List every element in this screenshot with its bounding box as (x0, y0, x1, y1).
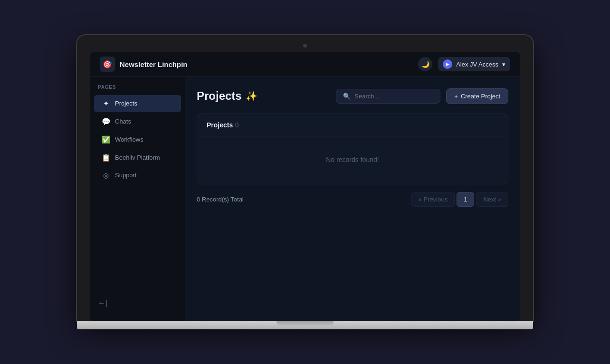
sidebar-item-label: Workflows (115, 136, 143, 143)
user-menu-button[interactable]: ▶ Alex JV Access ▾ (438, 57, 510, 71)
sidebar-item-workflows[interactable]: ✅ Workflows (94, 131, 181, 148)
card-count: 0 (235, 121, 239, 129)
sidebar-item-label: Support (115, 172, 137, 179)
card-title: Projects (207, 121, 233, 129)
header: 🎯 Newsletter Linchpin 🌙 ▶ Alex JV Acce (90, 52, 520, 77)
next-button[interactable]: Next » (476, 192, 508, 207)
header-right: 🌙 ▶ Alex JV Access ▾ (418, 57, 510, 71)
card-header: Projects 0 (197, 114, 508, 136)
sidebar-collapse-button[interactable]: ←| (90, 293, 185, 313)
logo-icon: 🎯 (100, 57, 115, 72)
pagination-buttons: « Previous 1 Next » (411, 192, 508, 207)
sidebar-item-label: Projects (115, 100, 137, 107)
screen-bezel: 🎯 Newsletter Linchpin 🌙 ▶ Alex JV Acce (77, 35, 533, 321)
app: 🎯 Newsletter Linchpin 🌙 ▶ Alex JV Acce (90, 52, 520, 321)
pagination-row: 0 Record(s) Total « Previous 1 (197, 192, 508, 207)
laptop-container: 🎯 Newsletter Linchpin 🌙 ▶ Alex JV Acce (77, 35, 533, 329)
screen: 🎯 Newsletter Linchpin 🌙 ▶ Alex JV Acce (90, 52, 520, 321)
app-name: Newsletter Linchpin (120, 60, 188, 68)
body: PAGES ✦ Projects 💬 Chats ✅ Workflows (90, 77, 520, 321)
support-icon: ◎ (102, 172, 110, 179)
create-project-label: Create Project (461, 93, 500, 100)
no-records-text: No records found! (326, 156, 379, 163)
sparkle-icon: ✨ (246, 90, 257, 102)
collapse-icon: ← (98, 299, 105, 307)
page-title: Projects ✨ (197, 89, 257, 103)
moon-icon: 🌙 (421, 60, 429, 68)
sidebar-item-beehiiv[interactable]: 📋 Beehiiv Platform (94, 149, 181, 166)
record-count: 0 Record(s) Total (197, 196, 244, 203)
search-box: 🔍 (336, 89, 440, 104)
chats-icon: 💬 (102, 117, 110, 126)
beehiiv-icon: 📋 (102, 153, 110, 162)
main-header: Projects ✨ 🔍 + Create Project (197, 88, 508, 104)
header-left: 🎯 Newsletter Linchpin (100, 57, 188, 72)
avatar: ▶ (443, 59, 452, 69)
projects-card: Projects 0 No records found! (197, 114, 508, 184)
previous-button[interactable]: « Previous (411, 192, 455, 207)
chevron-down-icon: ▾ (502, 61, 505, 68)
sidebar-item-chats[interactable]: 💬 Chats (94, 113, 181, 130)
page-1-button[interactable]: 1 (457, 192, 474, 207)
main-content: Projects ✨ 🔍 + Create Project (185, 77, 520, 321)
camera (303, 44, 307, 48)
user-label: Alex JV Access (456, 61, 498, 68)
sidebar-item-projects[interactable]: ✦ Projects (94, 95, 181, 112)
dark-mode-button[interactable]: 🌙 (418, 57, 432, 71)
sidebar-section-label: PAGES (90, 85, 185, 95)
sidebar-item-label: Beehiiv Platform (115, 154, 160, 161)
create-project-button[interactable]: + Create Project (446, 88, 508, 104)
card-body: No records found! (197, 136, 508, 184)
record-number: 0 (197, 196, 200, 203)
sidebar-item-support[interactable]: ◎ Support (94, 167, 181, 183)
workflows-icon: ✅ (102, 135, 110, 144)
sidebar: PAGES ✦ Projects 💬 Chats ✅ Workflows (90, 77, 185, 321)
sidebar-item-label: Chats (115, 118, 131, 125)
projects-icon: ✦ (102, 99, 110, 108)
main-actions: 🔍 + Create Project (336, 88, 508, 104)
plus-icon: + (454, 93, 458, 100)
search-input[interactable] (354, 93, 433, 100)
search-icon: 🔍 (343, 93, 351, 100)
record-label: Record(s) Total (202, 196, 244, 203)
page-title-text: Projects (197, 89, 242, 103)
laptop-base (77, 321, 533, 329)
